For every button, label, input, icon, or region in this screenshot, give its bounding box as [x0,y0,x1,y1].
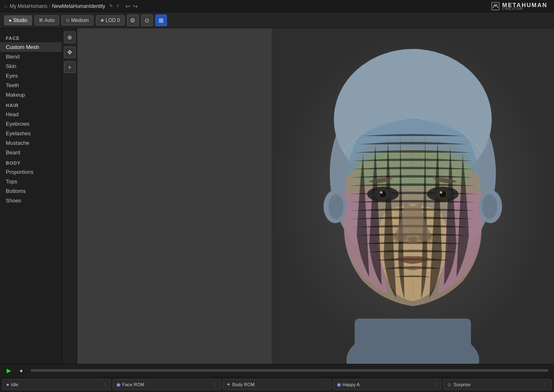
sidebar-item-eyes[interactable]: Eyes [0,71,62,80]
sidebar-item-eyebrows[interactable]: Eyebrows [0,119,62,129]
body-rom-menu-button[interactable]: ⋮ [323,382,328,387]
redo-button[interactable]: ↪ [133,3,138,10]
main-layout: FACE Custom Mesh Blend Skin Eyes Teeth M… [0,28,554,364]
happy-a-label: Happy A [343,382,360,387]
sidebar: FACE Custom Mesh Blend Skin Eyes Teeth M… [0,28,62,364]
info-icon[interactable]: ? [116,4,119,9]
sidebar-item-bottoms[interactable]: Bottoms [0,186,62,196]
bottom-bar: ▶ ■ ● Idle ⋮ ◉ Face ROM ⋮ ✦ Body ROM ⋮ ◉… [0,364,554,392]
sidebar-item-skin[interactable]: Skin [0,61,62,71]
rotate-tool-button[interactable]: ⊕ [64,32,76,43]
play-button[interactable]: ▶ [4,366,13,375]
viewport-canvas [77,28,554,364]
svg-point-20 [328,194,343,219]
studio-icon: ● [9,18,12,23]
surprise-label: Surprise [453,382,471,387]
home-icon[interactable]: ⌂ [4,3,7,9]
studio-button[interactable]: ● Studio [4,15,32,25]
svg-rect-3 [355,319,471,364]
sidebar-item-custom-mesh[interactable]: Custom Mesh [0,42,62,52]
sidebar-item-beard[interactable]: Beard [0,148,62,157]
face-render-svg [272,28,554,364]
svg-point-16 [392,234,407,242]
lod-button[interactable]: ◈ LOD 0 [96,15,125,25]
face-rom-label: Face ROM [122,382,144,387]
sidebar-item-teeth[interactable]: Teeth [0,80,62,90]
body-rom-label: Body ROM [232,382,255,387]
studio-label: Studio [13,17,27,23]
settings-icon-button[interactable]: ⚙ [127,15,139,26]
animation-row: ● Idle ⋮ ◉ Face ROM ⋮ ✦ Body ROM ⋮ ◉ Hap… [0,377,554,392]
sidebar-item-tops[interactable]: Tops [0,177,62,186]
pan-tool-button[interactable]: ✥ [64,46,76,58]
svg-point-22 [482,194,497,219]
breadcrumb: ⌂ My MetaHumans / NewMetaHumanIdentity ✎… [4,3,119,9]
share-icon-button[interactable]: ⊙ [141,15,153,26]
logo-icon [491,2,500,10]
progress-bar[interactable] [31,369,548,372]
breadcrumb-separator: / [49,3,50,9]
anim-slot-body-rom[interactable]: ✦ Body ROM ⋮ [223,379,331,390]
lod-icon: ◈ [101,17,104,23]
add-tool-button[interactable]: + [64,61,76,73]
happy-a-menu-button[interactable]: ⋮ [433,382,438,387]
svg-point-15 [440,191,442,194]
lod-label: LOD 0 [105,17,120,23]
toolbar: ● Studio ⊞ Auto ◇ Medium ◈ LOD 0 ⚙ ⊙ ⊞ [0,12,554,28]
sidebar-item-blend[interactable]: Blend [0,52,62,61]
auto-button[interactable]: ⊞ Auto [34,15,59,25]
edit-icon[interactable]: ✎ [109,3,113,9]
undo-redo-controls: ↩ ↪ [125,3,138,10]
svg-point-10 [380,191,382,194]
title-bar: ⌂ My MetaHumans / NewMetaHumanIdentity ✎… [0,0,554,12]
face-rom-menu-button[interactable]: ⋮ [213,382,217,387]
sidebar-item-mustache[interactable]: Mustache [0,138,62,148]
medium-button[interactable]: ◇ Medium [61,15,93,25]
auto-label: Auto [44,17,55,23]
sidebar-item-makeup[interactable]: Makeup [0,90,62,100]
svg-point-17 [419,234,434,242]
stop-button[interactable]: ■ [17,366,26,375]
idle-label: Idle [11,382,18,387]
tool-panel: ⊕ ✥ + [62,28,77,364]
sidebar-item-head[interactable]: Head [0,110,62,119]
body-rom-icon: ✦ [226,382,230,387]
surprise-icon: ☺ [447,382,452,387]
anim-slot-idle[interactable]: ● Idle ⋮ [2,379,111,390]
idle-menu-button[interactable]: ⋮ [103,382,107,387]
sidebar-item-eyelashes[interactable]: Eyelashes [0,129,62,138]
viewport[interactable] [77,28,554,364]
undo-button[interactable]: ↩ [125,3,130,10]
happy-a-icon: ◉ [337,382,341,387]
surprise-menu-button[interactable]: ⋮ [543,382,548,387]
medium-label: Medium [71,17,89,23]
anim-slot-face-rom[interactable]: ◉ Face ROM ⋮ [113,379,221,390]
medium-icon: ◇ [66,17,69,23]
sidebar-item-proportions[interactable]: Proportions [0,167,62,177]
svg-point-18 [408,236,418,241]
anim-slot-happy-a[interactable]: ◉ Happy A ⋮ [333,379,441,390]
playback-row: ▶ ■ [0,364,554,377]
anim-slot-surprise[interactable]: ☺ Surprise ⋮ [443,379,552,390]
sidebar-item-shoes[interactable]: Shoes [0,196,62,205]
hair-section-label: HAIR [0,100,62,110]
auto-icon: ⊞ [39,17,43,23]
breadcrumb-current: NewMetaHumanIdentity [52,3,105,9]
grid-icon-button[interactable]: ⊞ [155,15,167,26]
face-section-label: FACE [0,32,62,42]
logo: METAHUMAN CREATOR [491,2,547,11]
idle-icon: ● [6,382,9,387]
body-section-label: BODY [0,157,62,167]
breadcrumb-parent[interactable]: My MetaHumans [10,3,47,9]
face-rom-icon: ◉ [116,382,120,387]
